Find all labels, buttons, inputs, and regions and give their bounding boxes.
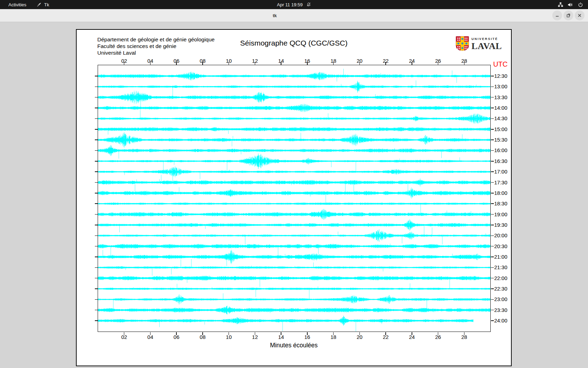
x-tick-label-bottom: 22 — [381, 334, 391, 340]
x-tick-label-top: 20 — [355, 58, 364, 64]
window-content: Département de géologie et de génie géol… — [0, 22, 588, 368]
y-tick-label-right: 15:30 — [494, 137, 507, 143]
y-tick-right — [491, 299, 494, 300]
y-tick-label-right: 19:30 — [494, 222, 507, 228]
y-tick-label-right: 19:00 — [494, 211, 507, 217]
y-tick-label-right: 20:30 — [494, 243, 507, 249]
y-tick-label-right: 12:30 — [494, 73, 507, 79]
maximize-button[interactable] — [564, 11, 573, 20]
y-tick-label-right: 16:30 — [494, 158, 507, 164]
y-tick-right — [491, 108, 494, 108]
x-tick-label-bottom: 18 — [329, 334, 338, 340]
clock-area: Apr 11 19:59 — [0, 0, 588, 9]
y-tick-label-right: 21:30 — [494, 264, 507, 270]
x-tick-label-top: 12 — [250, 58, 260, 64]
y-tick-right — [491, 278, 494, 279]
power-icon — [578, 2, 583, 7]
y-tick-left — [95, 288, 98, 289]
y-tick-right — [491, 257, 494, 257]
notifications-off-icon[interactable] — [306, 2, 311, 7]
y-tick-left — [95, 97, 98, 98]
y-tick-right — [491, 97, 494, 98]
clock-label[interactable]: Apr 11 19:59 — [277, 2, 302, 7]
y-tick-right — [491, 288, 494, 289]
x-tick-label-top: 14 — [276, 58, 286, 64]
y-tick-left — [95, 193, 98, 193]
y-tick-right — [491, 182, 494, 183]
y-tick-right — [491, 118, 494, 119]
activities-button[interactable]: Activities — [6, 0, 29, 9]
y-tick-label-right: 13:00 — [494, 83, 507, 89]
y-tick-left — [95, 299, 98, 300]
x-tick-label-bottom: 08 — [198, 334, 208, 340]
logo-universite-label: UNIVERSITÉ — [471, 38, 502, 41]
y-tick-left — [95, 161, 98, 162]
x-axis-title: Minutes écoulées — [98, 342, 490, 349]
y-tick-right — [491, 193, 494, 193]
x-tick-label-top: 24 — [407, 58, 417, 64]
x-tick-label-bottom: 12 — [250, 334, 260, 340]
window-title: tk — [0, 9, 550, 22]
x-tick-label-top: 22 — [381, 58, 391, 64]
laval-shield-icon — [456, 36, 469, 52]
x-tick-label-top: 18 — [329, 58, 338, 64]
x-tick-label-bottom: 02 — [119, 334, 129, 340]
y-tick-right — [491, 214, 494, 215]
y-tick-left — [95, 118, 98, 119]
logo-laval-label: LAVAL — [471, 42, 502, 51]
y-tick-right — [491, 150, 494, 151]
y-tick-left — [95, 171, 98, 172]
y-tick-left — [95, 129, 98, 130]
y-tick-right — [491, 203, 494, 204]
y-tick-right — [491, 139, 494, 140]
y-tick-label-right: 17:00 — [494, 169, 507, 175]
plot-area: UTC 020204040606080810101212141416161818… — [98, 65, 491, 332]
y-tick-left — [95, 150, 98, 151]
x-tick-label-top: 02 — [119, 58, 129, 64]
seismogram-canvas — [98, 65, 490, 332]
y-tick-left — [95, 225, 98, 225]
y-tick-left — [95, 214, 98, 215]
x-tick-label-bottom: 24 — [407, 334, 417, 340]
y-tick-left — [95, 310, 98, 311]
tk-feather-icon — [36, 2, 42, 7]
x-tick-label-top: 10 — [224, 58, 234, 64]
x-tick-label-bottom: 28 — [459, 334, 469, 340]
x-tick-label-top: 16 — [302, 58, 312, 64]
y-tick-right — [491, 161, 494, 162]
y-tick-left — [95, 87, 98, 87]
y-tick-right — [491, 87, 494, 87]
x-tick-label-bottom: 26 — [433, 334, 443, 340]
x-tick-label-top: 08 — [198, 58, 208, 64]
x-tick-label-bottom: 10 — [224, 334, 234, 340]
y-tick-label-right: 21:00 — [494, 254, 507, 260]
y-tick-label-right: 18:30 — [494, 200, 507, 206]
y-tick-label-right: 23:30 — [494, 307, 507, 313]
y-tick-label-right: 14:30 — [494, 115, 507, 121]
y-tick-right — [491, 225, 494, 225]
y-tick-left — [95, 236, 98, 236]
volume-icon — [568, 2, 573, 7]
y-tick-right — [491, 246, 494, 247]
focused-app-label: Tk — [44, 2, 49, 7]
y-tick-left — [95, 76, 98, 76]
y-tick-left — [95, 278, 98, 279]
close-button[interactable] — [575, 11, 584, 20]
figure-title: Séismographe QCQ (CGC/GSC) — [98, 39, 490, 47]
y-tick-left — [95, 139, 98, 140]
seismograph-figure: Département de géologie et de génie géol… — [76, 29, 512, 366]
universite-laval-logo: UNIVERSITÉ LAVAL — [456, 36, 502, 52]
y-tick-left — [95, 257, 98, 257]
y-tick-right — [491, 171, 494, 172]
focused-app-menu[interactable]: Tk — [36, 0, 49, 9]
x-tick-label-bottom: 20 — [355, 334, 364, 340]
y-tick-left — [95, 182, 98, 183]
y-tick-label-right: 15:00 — [494, 126, 507, 132]
window-titlebar: tk — [0, 9, 588, 22]
minimize-button[interactable] — [552, 11, 562, 20]
y-tick-left — [95, 267, 98, 268]
system-status-area[interactable] — [558, 0, 583, 9]
y-tick-right — [491, 236, 494, 236]
y-tick-left — [95, 108, 98, 108]
y-tick-left — [95, 203, 98, 204]
